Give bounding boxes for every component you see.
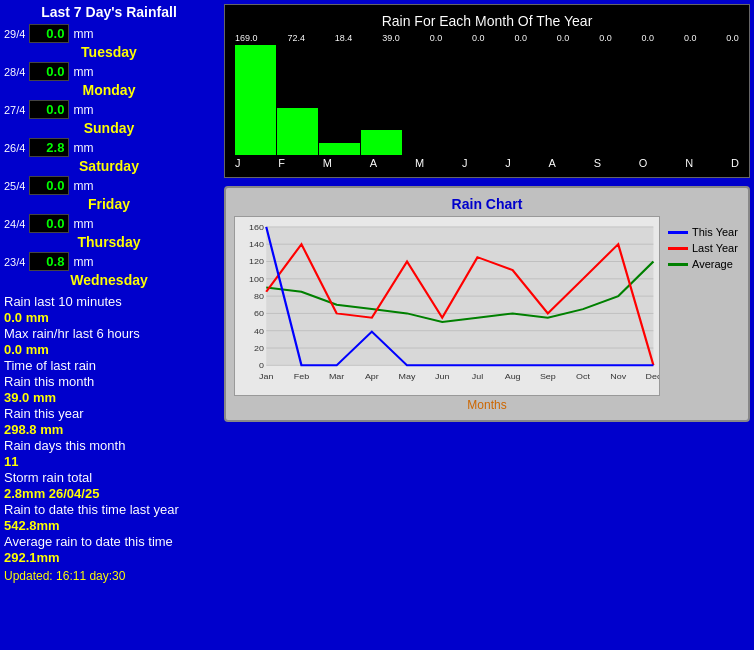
avg-rain-value: 292.1mm — [4, 550, 60, 565]
date-label: 26/4 — [4, 142, 25, 154]
mm-box: 0.0 — [29, 176, 69, 195]
bar-top-label: 18.4 — [335, 33, 353, 43]
bar-col — [487, 45, 528, 155]
bar-col — [572, 45, 613, 155]
bar-col — [403, 45, 444, 155]
mm-label: mm — [73, 255, 93, 269]
day-entry: 23/4 0.8 mm Wednesday — [4, 252, 214, 288]
svg-text:40: 40 — [254, 326, 264, 335]
bar-chart-title: Rain For Each Month Of The Year — [233, 13, 741, 29]
svg-text:Jun: Jun — [435, 372, 450, 381]
panel-title: Last 7 Day's Rainfall — [4, 4, 214, 20]
mm-label: mm — [73, 65, 93, 79]
rain-chart-inner: 020406080100120140160JanFebMarAprMayJunJ… — [234, 216, 740, 396]
svg-text:Jul: Jul — [472, 372, 484, 381]
month-label: J — [235, 157, 241, 169]
day-entry: 25/4 0.0 mm Friday — [4, 176, 214, 212]
day-name: Monday — [4, 82, 214, 98]
bar-col — [445, 45, 486, 155]
svg-text:80: 80 — [254, 292, 264, 301]
svg-text:140: 140 — [249, 240, 264, 249]
mm-box: 0.0 — [29, 62, 69, 81]
bar-fill — [235, 45, 276, 155]
bar-top-label: 72.4 — [287, 33, 305, 43]
legend-line — [668, 231, 688, 234]
bar-top-label: 0.0 — [514, 33, 527, 43]
storm-rain-value: 2.8mm 26/04/25 — [4, 486, 99, 501]
date-label: 25/4 — [4, 180, 25, 192]
svg-text:Apr: Apr — [365, 372, 379, 381]
day-name: Friday — [4, 196, 214, 212]
rain-days-label: Rain days this month — [4, 438, 214, 453]
svg-text:0: 0 — [259, 361, 264, 370]
month-label: J — [462, 157, 468, 169]
month-label: M — [323, 157, 332, 169]
bars-area — [233, 45, 741, 155]
month-label: A — [370, 157, 377, 169]
bar-fill — [277, 108, 318, 155]
legend-item: Average — [668, 258, 740, 270]
rain-this-year-label: Rain this year — [4, 406, 214, 421]
svg-text:May: May — [399, 372, 417, 381]
legend-label: This Year — [692, 226, 738, 238]
svg-text:Nov: Nov — [610, 372, 627, 381]
svg-text:Oct: Oct — [576, 372, 591, 381]
month-label: N — [685, 157, 693, 169]
mm-box: 0.8 — [29, 252, 69, 271]
bar-col — [656, 45, 697, 155]
svg-text:160: 160 — [249, 222, 264, 231]
month-label: M — [415, 157, 424, 169]
rain-chart-wrapper: Rain Chart 020406080100120140160JanFebMa… — [224, 186, 750, 422]
chart-legend: This Year Last Year Average — [660, 216, 740, 396]
bar-col — [277, 45, 318, 155]
svg-text:60: 60 — [254, 309, 264, 318]
legend-label: Last Year — [692, 242, 738, 254]
bar-fill — [319, 143, 360, 155]
day-entry: 29/4 0.0 mm Tuesday — [4, 24, 214, 60]
rain-to-date-value: 542.8mm — [4, 518, 60, 533]
date-label: 24/4 — [4, 218, 25, 230]
day-entry: 24/4 0.0 mm Thursday — [4, 214, 214, 250]
bar-col — [614, 45, 655, 155]
bar-labels-top: 169.072.418.439.00.00.00.00.00.00.00.00.… — [233, 33, 741, 43]
month-label: A — [549, 157, 556, 169]
rain-last-10min-label: Rain last 10 minutes — [4, 294, 214, 309]
legend-item: Last Year — [668, 242, 740, 254]
bar-top-label: 169.0 — [235, 33, 258, 43]
rain-this-year-value: 298.8 mm — [4, 422, 63, 437]
bar-top-label: 0.0 — [642, 33, 655, 43]
legend-line — [668, 247, 688, 250]
rain-to-date-label: Rain to date this time last year — [4, 502, 214, 517]
mm-label: mm — [73, 217, 93, 231]
svg-text:120: 120 — [249, 257, 264, 266]
legend-item: This Year — [668, 226, 740, 238]
date-label: 29/4 — [4, 28, 25, 40]
bar-top-label: 0.0 — [599, 33, 612, 43]
svg-text:Feb: Feb — [294, 372, 310, 381]
day-name: Thursday — [4, 234, 214, 250]
bar-col — [235, 45, 276, 155]
max-rain-value: 0.0 mm — [4, 342, 49, 357]
svg-text:100: 100 — [249, 274, 264, 283]
rain-days-value: 11 — [4, 454, 18, 469]
mm-box: 0.0 — [29, 100, 69, 119]
stats-section: Rain last 10 minutes 0.0 mm Max rain/hr … — [4, 294, 214, 565]
rain-this-month-value: 39.0 mm — [4, 390, 56, 405]
legend-line — [668, 263, 688, 266]
svg-text:20: 20 — [254, 343, 264, 352]
bar-fill — [361, 130, 402, 155]
chart-area: 020406080100120140160JanFebMarAprMayJunJ… — [234, 216, 660, 396]
mm-box: 0.0 — [29, 24, 69, 43]
mm-label: mm — [73, 103, 93, 117]
mm-box: 0.0 — [29, 214, 69, 233]
rain-this-month-label: Rain this month — [4, 374, 214, 389]
month-label: D — [731, 157, 739, 169]
months-label: Months — [234, 398, 740, 412]
bar-top-label: 0.0 — [684, 33, 697, 43]
month-label: S — [594, 157, 601, 169]
month-labels: JFMAMJJASOND — [233, 157, 741, 169]
bar-col — [698, 45, 739, 155]
svg-text:Dec: Dec — [645, 372, 659, 381]
bar-top-label: 0.0 — [430, 33, 443, 43]
month-label: F — [278, 157, 285, 169]
